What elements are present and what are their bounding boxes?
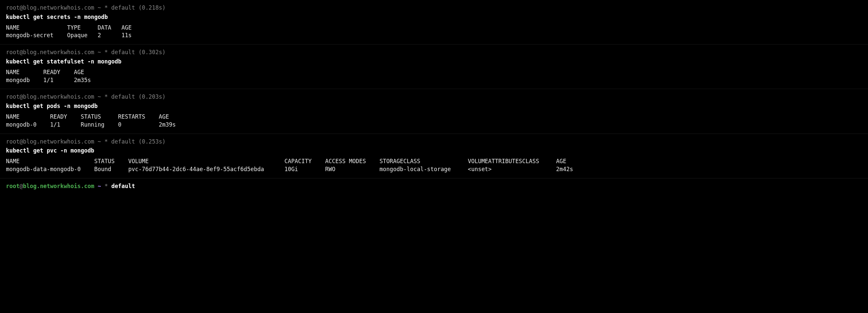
command-text: kubectl get pvc -n mongodb bbox=[6, 147, 862, 155]
command-block-pods: root@blog.networkwhois.com ~ * default (… bbox=[0, 89, 868, 134]
command-block-secrets: root@blog.networkwhois.com ~ * default (… bbox=[0, 0, 868, 45]
prompt-user: root bbox=[6, 183, 20, 190]
command-output: NAME TYPE DATA AGE mongodb-secret Opaque… bbox=[6, 24, 862, 40]
prompt-line: root@blog.networkwhois.com ~ * default (… bbox=[6, 4, 862, 12]
command-block-pvc: root@blog.networkwhois.com ~ * default (… bbox=[0, 134, 868, 178]
prompt-host: blog.networkwhois.com bbox=[23, 183, 94, 190]
command-output: NAME READY AGE mongodb 1/1 2m35s bbox=[6, 68, 862, 84]
prompt-tilde: ~ bbox=[98, 183, 101, 190]
prompt-line: root@blog.networkwhois.com ~ * default (… bbox=[6, 138, 862, 146]
command-text: kubectl get statefulset -n mongodb bbox=[6, 58, 862, 66]
command-output: NAME READY STATUS RESTARTS AGE mongodb-0… bbox=[6, 113, 862, 129]
command-text: kubectl get pods -n mongodb bbox=[6, 102, 862, 110]
command-output: NAME STATUS VOLUME CAPACITY ACCESS MODES… bbox=[6, 158, 862, 173]
prompt-line: root@blog.networkwhois.com ~ * default (… bbox=[6, 93, 862, 101]
prompt-line: root@blog.networkwhois.com ~ * default (… bbox=[6, 49, 862, 56]
command-block-statefulset: root@blog.networkwhois.com ~ * default (… bbox=[0, 45, 868, 89]
prompt-at: @ bbox=[20, 183, 23, 190]
prompt-star: * bbox=[104, 183, 108, 190]
active-prompt[interactable]: root@blog.networkwhois.com ~ * default bbox=[0, 178, 868, 194]
prompt-context: default bbox=[111, 183, 135, 190]
command-text: kubectl get secrets -n mongodb bbox=[6, 13, 862, 21]
